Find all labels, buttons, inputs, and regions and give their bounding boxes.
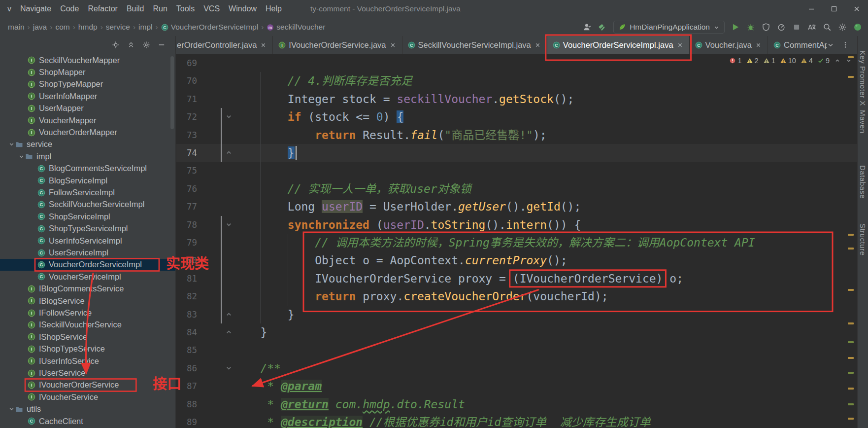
tool-stripe-maven[interactable]: Maven	[859, 110, 867, 134]
line-number-70[interactable]: 70	[176, 72, 197, 90]
code-token[interactable]: ;	[676, 272, 683, 285]
line-number-84[interactable]: 84	[176, 323, 197, 341]
tab-seckillvoucherserviceimpl-java[interactable]: CSeckillVoucherServiceImpl.java	[402, 36, 547, 54]
tab-options-kebab-icon[interactable]	[841, 41, 849, 49]
code-token[interactable]	[233, 326, 260, 339]
locate-file-icon[interactable]	[112, 41, 120, 49]
line-number-74[interactable]: 74	[176, 144, 197, 162]
code-token[interactable]	[233, 146, 288, 159]
tab-commentap[interactable]: CCommentAp	[768, 36, 827, 54]
code-token[interactable]: UserHolder	[383, 200, 451, 213]
tree-item-userinfomapper[interactable]: IUserInfoMapper	[0, 90, 175, 102]
menu-code[interactable]: Code	[56, 0, 83, 18]
code-token[interactable]: (	[437, 129, 444, 142]
breadcrumb-item-impl[interactable]: impl	[138, 23, 152, 32]
fold-up-icon[interactable]	[225, 311, 233, 318]
line-number-78[interactable]: 78	[176, 216, 197, 234]
tool-stripe-database[interactable]: Database	[859, 165, 867, 199]
tree-item-vouchermapper[interactable]: IVoucherMapper	[0, 114, 175, 126]
tree-item-seckillvouchermapper[interactable]: ISeckillVoucherMapper	[0, 54, 175, 66]
code-token[interactable]	[356, 290, 363, 303]
run-icon[interactable]	[731, 23, 740, 32]
tab-erordercontroller-java[interactable]: erOrderController.java	[176, 36, 273, 54]
line-number-89[interactable]: 89	[176, 413, 197, 428]
menu-vcs[interactable]: VCS	[199, 0, 224, 18]
code-token[interactable]: ()) {	[547, 218, 581, 231]
code-token[interactable]: .	[492, 93, 499, 106]
code-token[interactable]: createVoucherOrder	[403, 290, 526, 303]
code-token[interactable]: {	[397, 110, 403, 123]
menu-build[interactable]: Build	[122, 0, 149, 18]
code-token[interactable]	[233, 254, 315, 267]
code-token[interactable]: ();	[547, 254, 568, 267]
tree-item-cacheclient[interactable]: CCacheClient	[0, 415, 175, 427]
scroll-marker-bar[interactable]	[847, 54, 855, 428]
tab-voucher-java[interactable]: CVoucher.java	[690, 36, 768, 54]
code-token[interactable]: stock	[315, 110, 349, 123]
next-chevron-icon[interactable]	[845, 57, 852, 64]
code-line-86[interactable]: /**	[233, 359, 281, 377]
code-token[interactable]: getUser	[458, 200, 506, 213]
code-token[interactable]: ().	[506, 200, 527, 213]
code-line-74[interactable]: }	[233, 144, 297, 162]
tab-close-icon[interactable]	[389, 41, 397, 49]
line-number-80[interactable]: 80	[176, 251, 197, 269]
code-token[interactable]: stock	[342, 93, 376, 106]
code-token[interactable]	[233, 290, 315, 303]
code-token[interactable]: fail	[410, 129, 437, 142]
code-token[interactable]: "商品已经售罄!"	[444, 129, 533, 142]
code-token[interactable]: =	[369, 254, 390, 267]
debug-icon[interactable]	[746, 23, 755, 32]
project-tree[interactable]: ISeckillVoucherMapperIShopMapperIShopTyp…	[0, 54, 176, 428]
tree-item-shopmapper[interactable]: IShopMapper	[0, 66, 175, 78]
code-token[interactable]: currentProxy	[465, 254, 547, 267]
code-line-70[interactable]: // 4.判断库存是否充足	[233, 72, 412, 90]
fold-down-icon[interactable]	[225, 364, 233, 372]
code-token[interactable]: voucherId	[533, 290, 595, 303]
tree-item-shopserviceimpl[interactable]: CShopServiceImpl	[0, 211, 175, 222]
code-token[interactable]: proxy	[458, 272, 492, 285]
code-token[interactable]: @return	[281, 398, 329, 411]
code-token[interactable]: // 调用本类方法的时候，Spring事务是失效的，解决方案二：调用AopCon…	[315, 236, 755, 249]
code-token[interactable]: }	[260, 326, 267, 339]
code-token[interactable]	[233, 380, 267, 392]
breadcrumb-item-seckillvoucher[interactable]: mseckillVoucher	[267, 23, 325, 32]
code-line-77[interactable]: Long userID = UserHolder.getUser().getId…	[233, 198, 581, 215]
line-number-81[interactable]: 81	[176, 270, 197, 287]
tree-item-iblogservice[interactable]: IIBlogService	[0, 295, 175, 307]
code-token[interactable]: o	[669, 272, 676, 285]
code-token[interactable]: =	[492, 272, 513, 285]
code-token[interactable]: .	[451, 200, 458, 213]
line-number-85[interactable]: 85	[176, 341, 197, 359]
tree-item-userinfoserviceimpl[interactable]: CUserInfoServiceImpl	[0, 235, 175, 247]
menu-tools[interactable]: Tools	[172, 0, 199, 18]
tool-stripe-structure[interactable]: Structure	[859, 223, 867, 255]
tab-close-icon[interactable]	[676, 41, 684, 49]
code-token[interactable]: (	[526, 290, 533, 303]
tree-item-iuserservice[interactable]: IIUserService	[0, 367, 175, 379]
tree-item-iseckillvoucherservice[interactable]: IISeckillVoucherService	[0, 319, 175, 331]
code-token[interactable]: .	[458, 254, 465, 267]
code-token[interactable]: @description	[281, 416, 363, 428]
tab-voucherorderserviceimpl-java[interactable]: CVoucherOrderServiceImpl.java	[547, 36, 690, 54]
menu-refactor[interactable]: Refactor	[83, 0, 122, 18]
tree-item-ishopservice[interactable]: IIShopService	[0, 331, 175, 343]
code-token[interactable]	[233, 416, 267, 428]
hidden-tabs-chevron-icon[interactable]	[827, 41, 835, 49]
run-config-selector[interactable]: HmDianPingApplication	[613, 21, 725, 34]
line-number-79[interactable]: 79	[176, 234, 197, 251]
menu-help[interactable]: Help	[261, 0, 286, 18]
code-token[interactable]: .	[397, 290, 403, 303]
coverage-icon[interactable]	[762, 23, 770, 32]
tree-item-ivoucherservice[interactable]: IIVoucherService	[0, 391, 175, 403]
menu-window[interactable]: Window	[224, 0, 261, 18]
code-token[interactable]: return	[315, 290, 356, 303]
code-token[interactable]: =	[363, 200, 383, 213]
code-token[interactable]: *	[267, 398, 281, 411]
code-token[interactable]: Result	[363, 129, 403, 142]
tree-item-blogcommentsserviceimpl[interactable]: CBlogCommentsServiceImpl	[0, 163, 175, 175]
tree-item-shoptypeserviceimpl[interactable]: CShopTypeServiceImpl	[0, 223, 175, 235]
translate-icon[interactable]	[807, 23, 816, 32]
line-number-83[interactable]: 83	[176, 306, 197, 323]
code-token[interactable]	[329, 398, 335, 411]
